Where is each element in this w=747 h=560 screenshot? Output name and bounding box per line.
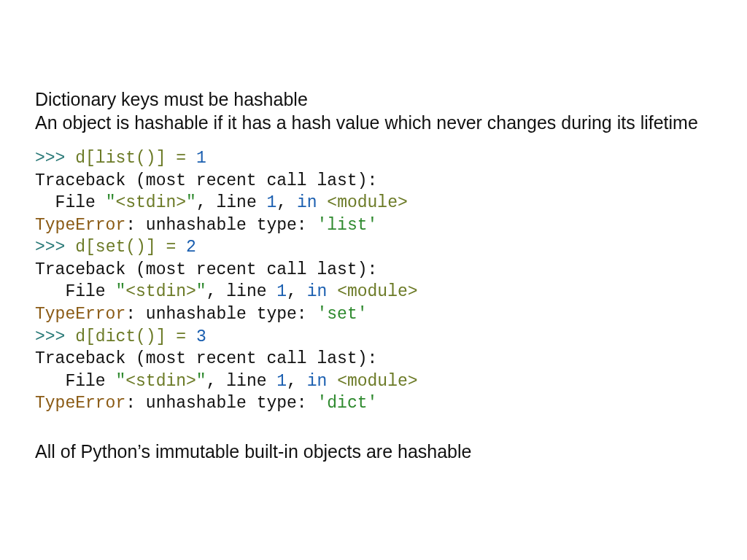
unhashable: : unhashable type: [125, 305, 317, 324]
fn-list: list [96, 149, 136, 168]
q: ' [317, 305, 327, 324]
fn-set: set [96, 238, 125, 257]
stdin: <stdin> [125, 282, 196, 301]
lineno: 1 [276, 372, 287, 391]
after-stdin-a: , line [206, 372, 277, 391]
module: <module> [337, 282, 417, 301]
q-open: " [106, 193, 116, 212]
sp [327, 282, 337, 301]
after-stdin-b: , [287, 282, 307, 301]
q: ' [317, 216, 327, 235]
var-d: d [75, 327, 85, 346]
num-3: 3 [196, 327, 206, 346]
sp [327, 372, 337, 391]
q-close: " [196, 372, 206, 391]
after-stdin-a: , line [196, 193, 267, 212]
in-kw: in [307, 372, 328, 391]
code-block: >>> d[list()] = 1 Traceback (most recent… [35, 147, 712, 415]
bracket-close: ] [156, 149, 166, 168]
bracket-close: ] [156, 327, 166, 346]
q: ' [317, 394, 327, 413]
module: <module> [337, 372, 417, 391]
type-error: TypeError [35, 394, 125, 413]
num-2: 2 [186, 238, 196, 257]
after-stdin-a: , line [206, 282, 277, 301]
stdin: <stdin> [125, 372, 196, 391]
bracket-open: [ [85, 327, 96, 346]
parens: () [125, 238, 146, 257]
prompt: >>> [35, 149, 75, 168]
intro-line-2: An object is hashable if it has a hash v… [35, 112, 698, 133]
assign: = [156, 238, 186, 257]
var-d: d [75, 149, 85, 168]
stdin: <stdin> [115, 193, 186, 212]
after-stdin-b: , [276, 193, 297, 212]
q: ' [368, 394, 378, 413]
q-close: " [186, 193, 196, 212]
file-head: File [35, 193, 106, 212]
assign: = [166, 327, 196, 346]
lineno: 1 [276, 282, 287, 301]
parens: () [136, 149, 156, 168]
bracket-open: [ [85, 149, 96, 168]
bracket-open: [ [85, 238, 96, 257]
parens: () [136, 327, 156, 346]
in-kw: in [307, 282, 328, 301]
prompt: >>> [35, 327, 75, 346]
bracket-close: ] [146, 238, 156, 257]
traceback: Traceback (most recent call last): [35, 260, 377, 279]
traceback: Traceback (most recent call last): [35, 171, 377, 190]
fn-dict: dict [96, 327, 136, 346]
type-error: TypeError [35, 305, 125, 324]
type-error: TypeError [35, 216, 125, 235]
type-set: set [327, 305, 357, 324]
intro-text: Dictionary keys must be hashable An obje… [35, 88, 712, 134]
unhashable: : unhashable type: [125, 394, 317, 413]
lineno: 1 [267, 193, 277, 212]
type-list: list [327, 216, 367, 235]
module: <module> [327, 193, 407, 212]
slide: Dictionary keys must be hashable An obje… [0, 0, 747, 560]
outro-text: All of Python’s immutable built-in objec… [35, 440, 712, 463]
sp [317, 193, 328, 212]
outro-line-1: All of Python’s immutable built-in objec… [35, 441, 471, 462]
prompt: >>> [35, 238, 75, 257]
file-head: File [35, 282, 115, 301]
unhashable: : unhashable type: [125, 216, 317, 235]
q-open: " [115, 282, 125, 301]
q-close: " [196, 282, 206, 301]
in-kw: in [297, 193, 317, 212]
q: ' [357, 305, 368, 324]
assign: = [166, 149, 196, 168]
num-1: 1 [196, 149, 206, 168]
q-open: " [115, 372, 125, 391]
var-d: d [75, 238, 85, 257]
after-stdin-b: , [287, 372, 307, 391]
q: ' [368, 216, 378, 235]
file-head: File [35, 372, 115, 391]
traceback: Traceback (most recent call last): [35, 349, 377, 368]
intro-line-1: Dictionary keys must be hashable [35, 89, 308, 109]
type-dict: dict [327, 394, 367, 413]
